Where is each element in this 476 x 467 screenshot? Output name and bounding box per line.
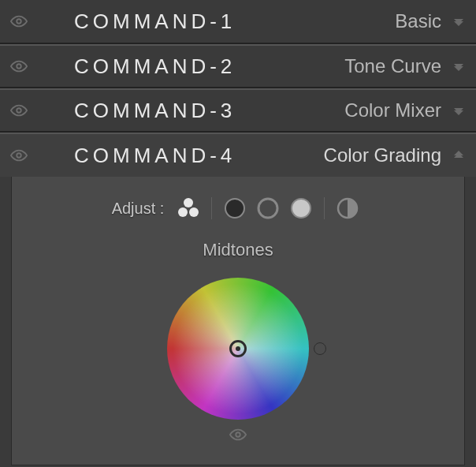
midtones-color-wheel[interactable] xyxy=(167,278,309,420)
adjust-three-way-icon[interactable] xyxy=(175,195,202,222)
svg-point-5 xyxy=(178,207,188,217)
disclosure-icon[interactable] xyxy=(451,13,467,29)
svg-point-2 xyxy=(17,108,21,113)
adjust-shadows-icon[interactable] xyxy=(221,195,248,222)
color-wheel-area xyxy=(12,278,464,420)
eye-icon[interactable] xyxy=(9,101,28,120)
shortcut-label: COMMAND-3 xyxy=(74,99,236,123)
adjust-highlights-icon[interactable] xyxy=(288,195,314,222)
panel-header-color-grading[interactable]: COMMAND-4 Color Grading xyxy=(0,133,476,177)
panel-name: Color Mixer xyxy=(344,99,441,121)
shortcut-label: COMMAND-4 xyxy=(74,144,236,168)
eye-icon[interactable] xyxy=(9,57,28,76)
adjust-label: Adjust : xyxy=(112,200,165,218)
shortcut-label: COMMAND-1 xyxy=(74,9,236,34)
shortcut-label: COMMAND-2 xyxy=(74,54,236,79)
panel-name: Color Grading xyxy=(324,144,441,166)
svg-point-3 xyxy=(17,153,21,158)
separator-icon xyxy=(211,197,212,219)
saturation-handle[interactable] xyxy=(314,342,326,355)
svg-point-9 xyxy=(292,199,311,218)
svg-point-7 xyxy=(225,199,244,218)
panel-name: Tone Curve xyxy=(344,55,441,77)
adjust-midtones-icon[interactable] xyxy=(255,195,281,222)
svg-point-6 xyxy=(189,207,199,217)
svg-point-0 xyxy=(17,19,21,24)
color-wheel-puck[interactable] xyxy=(229,340,247,357)
svg-point-8 xyxy=(258,199,277,218)
panel-header-color-mixer[interactable]: COMMAND-3 Color Mixer xyxy=(0,88,476,133)
panel-header-basic[interactable]: COMMAND-1 Basic xyxy=(0,0,476,44)
adjust-global-icon[interactable] xyxy=(334,195,361,222)
panel-header-tone-curve[interactable]: COMMAND-2 Tone Curve xyxy=(0,44,476,88)
disclosure-icon[interactable] xyxy=(451,103,467,118)
svg-point-11 xyxy=(236,432,240,437)
section-visibility-toggle[interactable] xyxy=(12,426,464,446)
svg-point-1 xyxy=(17,64,21,69)
adjust-mode-row: Adjust : xyxy=(12,191,464,226)
separator-icon xyxy=(324,197,325,219)
eye-icon[interactable] xyxy=(9,146,28,165)
disclosure-up-icon[interactable] xyxy=(451,148,467,163)
eye-icon[interactable] xyxy=(9,12,28,31)
panel-name: Basic xyxy=(395,10,441,32)
section-label: Midtones xyxy=(12,240,464,260)
svg-point-4 xyxy=(184,198,193,207)
disclosure-icon[interactable] xyxy=(451,58,467,74)
color-grading-panel-content: Adjust : Midtones xyxy=(11,177,465,465)
